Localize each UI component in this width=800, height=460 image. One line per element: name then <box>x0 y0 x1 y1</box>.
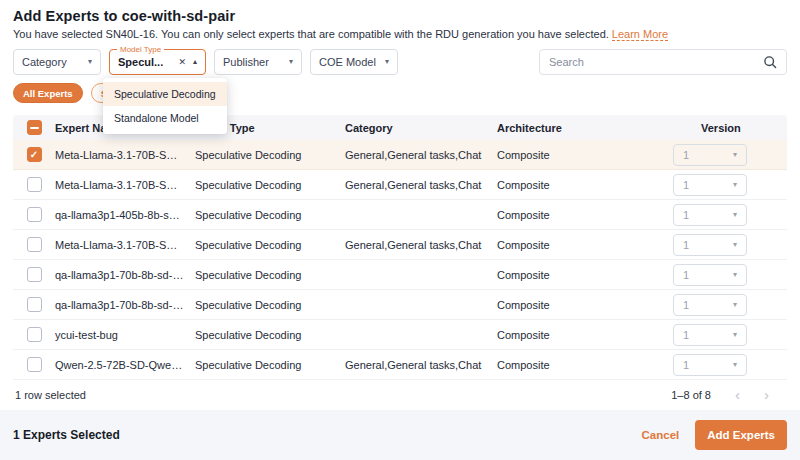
table-row[interactable]: ✓ Qwen-2.5-72B-SD-Qwen-2.5-0.5B Speculat… <box>13 350 787 380</box>
check-icon: ✓ <box>30 150 38 160</box>
category-filter-label: Category <box>22 56 67 68</box>
row-checkbox[interactable]: ✓ <box>27 297 42 312</box>
table-row[interactable]: ✓ Meta-Llama-3.1-70B-SD-Llama-... Specul… <box>13 140 787 170</box>
row-checkbox[interactable]: ✓ <box>27 357 42 372</box>
chevron-down-icon: ▾ <box>88 58 92 66</box>
version-select[interactable]: 1 ▾ <box>673 204 747 226</box>
tab-all-experts[interactable]: All Experts <box>13 83 83 103</box>
expert-name-cell: qa-llama3p1-70b-8b-sd-tp16 <box>55 299 195 311</box>
version-value: 1 <box>683 329 689 341</box>
publisher-filter-label: Publisher <box>223 56 269 68</box>
subtitle-text: You have selected SN40L-16. You can only… <box>13 28 609 40</box>
model-type-cell: Speculative Decoding <box>195 299 345 311</box>
search-icon <box>763 55 777 69</box>
model-type-cell: Speculative Decoding <box>195 209 345 221</box>
expert-name-cell: Meta-Llama-3.1-70B-SD-Llama-... <box>55 149 195 161</box>
architecture-cell: Composite <box>497 329 673 341</box>
learn-more-link[interactable]: Learn More <box>612 28 668 41</box>
chevron-down-icon: ▾ <box>733 211 737 219</box>
row-checkbox[interactable]: ✓ <box>27 207 42 222</box>
pagination-range: 1–8 of 8 <box>671 389 711 401</box>
version-select[interactable]: 1 ▾ <box>673 294 747 316</box>
expert-name-cell: qa-llama3p1-405b-8b-sd-tp16 <box>55 209 195 221</box>
search-box[interactable] <box>539 49 787 75</box>
row-checkbox[interactable]: ✓ <box>27 177 42 192</box>
expert-name-cell: Meta-Llama-3.1-70B-SD-Llama-... <box>55 179 195 191</box>
model-type-filter[interactable]: Model Type Specul... ✕ ▴ <box>109 49 206 75</box>
chevron-down-icon: ▾ <box>733 361 737 369</box>
page-title: Add Experts to coe-with-sd-pair <box>13 8 787 24</box>
architecture-cell: Composite <box>497 359 673 371</box>
chevron-down-icon: ▾ <box>733 151 737 159</box>
menu-item[interactable]: Standalone Model <box>103 106 227 130</box>
version-select[interactable]: 1 ▾ <box>673 324 747 346</box>
expert-name-cell: qa-llama3p1-70b-8b-sd-tp8 <box>55 269 195 281</box>
version-value: 1 <box>683 209 689 221</box>
category-filter[interactable]: Category ▾ <box>13 49 101 75</box>
rows-selected-label: 1 row selected <box>15 389 86 401</box>
clear-icon[interactable]: ✕ <box>178 58 186 67</box>
chevron-down-icon: ▾ <box>385 58 389 66</box>
chevron-down-icon: ▾ <box>733 271 737 279</box>
row-checkbox[interactable]: ✓ <box>27 237 42 252</box>
category-cell: General,General tasks,Chat <box>345 149 497 161</box>
table-row[interactable]: ✓ Meta-Llama-3.1-70B-SD-Llama-... Specul… <box>13 170 787 200</box>
version-value: 1 <box>683 179 689 191</box>
architecture-cell: Composite <box>497 179 673 191</box>
architecture-cell: Composite <box>497 239 673 251</box>
column-header-architecture: Architecture <box>497 122 673 134</box>
architecture-cell: Composite <box>497 299 673 311</box>
add-experts-page: Add Experts to coe-with-sd-pair You have… <box>0 8 800 409</box>
version-select[interactable]: 1 ▾ <box>673 234 747 256</box>
architecture-cell: Composite <box>497 149 673 161</box>
chevron-down-icon: ▾ <box>733 181 737 189</box>
version-value: 1 <box>683 359 689 371</box>
table-row[interactable]: ✓ qa-llama3p1-70b-8b-sd-tp8 Speculative … <box>13 260 787 290</box>
version-value: 1 <box>683 149 689 161</box>
next-page-button[interactable]: › <box>764 387 769 402</box>
row-checkbox[interactable]: ✓ <box>27 267 42 282</box>
cancel-button[interactable]: Cancel <box>642 429 680 441</box>
coe-model-filter[interactable]: COE Model ▾ <box>310 49 398 75</box>
expert-name-cell: Meta-Llama-3.1-70B-SD-Llama-... <box>55 239 195 251</box>
action-bar: 1 Experts Selected Cancel Add Experts <box>0 410 800 460</box>
model-type-filter-value: Specul... <box>118 56 163 68</box>
indeterminate-dash-icon <box>30 127 39 129</box>
chevron-down-icon: ▾ <box>733 301 737 309</box>
model-type-cell: Speculative Decoding <box>195 359 345 371</box>
table-row[interactable]: ✓ Meta-Llama-3.1-70B-SD-Llama-... Specul… <box>13 230 787 260</box>
chevron-down-icon: ▾ <box>733 241 737 249</box>
category-cell: General,General tasks,Chat <box>345 239 497 251</box>
prev-page-button[interactable]: ‹ <box>735 387 740 402</box>
version-select[interactable]: 1 ▾ <box>673 144 747 166</box>
coe-model-filter-label: COE Model <box>319 56 376 68</box>
publisher-filter[interactable]: Publisher ▾ <box>214 49 302 75</box>
chevron-down-icon: ▾ <box>289 58 293 66</box>
column-header-category: Category <box>345 122 497 134</box>
add-experts-button[interactable]: Add Experts <box>695 420 787 450</box>
expert-name-cell: Qwen-2.5-72B-SD-Qwen-2.5-0.5B <box>55 359 195 371</box>
version-value: 1 <box>683 239 689 251</box>
version-select[interactable]: 1 ▾ <box>673 354 747 376</box>
menu-item[interactable]: Speculative Decoding <box>103 82 227 106</box>
search-input[interactable] <box>549 56 763 68</box>
table-row[interactable]: ✓ qa-llama3p1-405b-8b-sd-tp16 Speculativ… <box>13 200 787 230</box>
table-row[interactable]: ✓ qa-llama3p1-70b-8b-sd-tp16 Speculative… <box>13 290 787 320</box>
expert-name-cell: ycui-test-bug <box>55 329 195 341</box>
version-select[interactable]: 1 ▾ <box>673 174 747 196</box>
model-type-cell: Speculative Decoding <box>195 149 345 161</box>
version-select[interactable]: 1 ▾ <box>673 264 747 286</box>
selected-summary: 1 Experts Selected <box>13 428 120 442</box>
subtitle: You have selected SN40L-16. You can only… <box>13 28 787 41</box>
experts-table: Expert Name Model Type Category Architec… <box>13 115 787 409</box>
column-header-version: Version <box>673 122 787 134</box>
select-all-checkbox[interactable] <box>27 120 42 135</box>
chevron-down-icon: ▾ <box>733 331 737 339</box>
version-value: 1 <box>683 299 689 311</box>
architecture-cell: Composite <box>497 269 673 281</box>
chevron-up-icon[interactable]: ▴ <box>193 58 197 66</box>
model-type-cell: Speculative Decoding <box>195 329 345 341</box>
row-checkbox[interactable]: ✓ <box>27 327 42 342</box>
table-row[interactable]: ✓ ycui-test-bug Speculative Decoding Com… <box>13 320 787 350</box>
row-checkbox[interactable]: ✓ <box>27 147 42 162</box>
